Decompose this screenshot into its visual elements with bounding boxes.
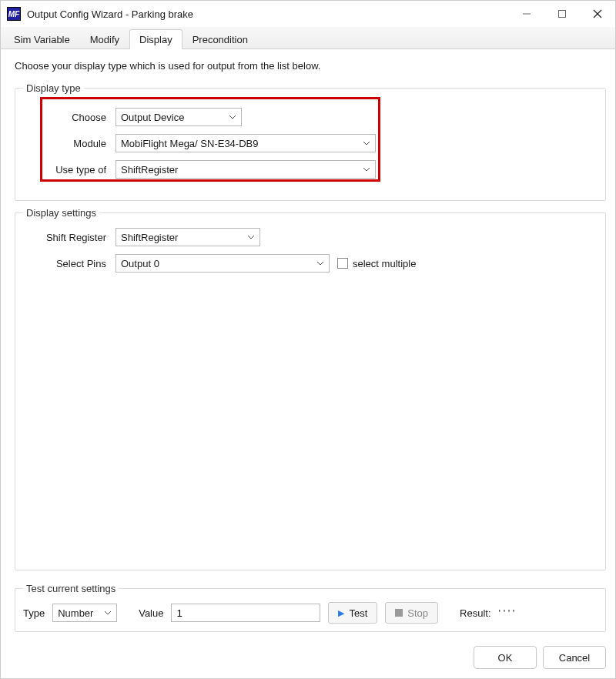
minimize-button[interactable] [509,1,544,27]
choose-combobox[interactable]: Output Device [116,108,242,126]
test-settings-legend: Test current settings [23,583,119,594]
choose-value: Output Device [121,112,184,123]
play-icon: ▶ [338,608,344,618]
select-pins-label: Select Pins [23,258,116,269]
shift-register-value: ShiftRegister [121,232,178,243]
select-multiple-checkbox[interactable] [337,258,348,269]
maximize-icon [557,9,567,18]
shift-register-row: Shift Register ShiftRegister [23,228,598,246]
maximize-button[interactable] [544,1,580,27]
titlebar: MF Output Config Wizard - Parking brake [1,1,615,27]
chevron-down-icon [104,610,112,615]
select-pins-row: Select Pins Output 0 select multiple [23,254,598,273]
chevron-down-icon [247,235,255,239]
chevron-down-icon [229,115,236,119]
chevron-down-icon [316,261,324,266]
tab-bar: Sim Variable Modify Display Precondition [1,27,615,49]
module-value: MobiFlight Mega/ SN-E34-DB9 [121,138,258,149]
select-pins-value: Output 0 [121,258,159,269]
chevron-down-icon [363,141,370,146]
close-icon [593,9,602,18]
module-combobox[interactable]: MobiFlight Mega/ SN-E34-DB9 [116,134,376,152]
minimize-icon [522,9,531,18]
svg-rect-1 [559,11,566,18]
app-icon: MF [7,7,21,21]
choose-row: Choose Output Device [23,108,598,126]
test-button-label: Test [349,607,367,619]
result-label: Result: [460,607,490,619]
test-button[interactable]: ▶ Test [328,602,377,624]
window: MF Output Config Wizard - Parking brake … [0,0,616,679]
choose-label: Choose [23,112,116,123]
window-title: Output Config Wizard - Parking brake [27,8,193,20]
ok-button[interactable]: OK [474,646,537,669]
stop-button[interactable]: Stop [385,602,438,624]
content-area: Choose your display type which is used f… [1,49,615,638]
tab-sim-variable[interactable]: Sim Variable [4,29,80,49]
module-row: Module MobiFlight Mega/ SN-E34-DB9 [23,134,598,152]
select-multiple-label: select multiple [353,258,416,269]
shift-register-combobox[interactable]: ShiftRegister [116,228,260,246]
shift-register-label: Shift Register [23,232,116,243]
select-pins-combobox[interactable]: Output 0 [116,254,330,273]
use-type-combobox[interactable]: ShiftRegister [116,160,376,179]
display-type-legend: Display type [23,82,84,94]
module-label: Module [23,138,116,149]
cancel-button[interactable]: Cancel [543,646,606,669]
stop-button-label: Stop [407,607,428,619]
value-label: Value [139,607,163,619]
value-input[interactable] [171,604,320,622]
stop-icon [395,609,403,617]
type-combobox[interactable]: Number [52,604,117,622]
type-value: Number [58,607,93,619]
dialog-button-bar: OK Cancel [1,638,615,678]
tab-modify[interactable]: Modify [80,29,129,49]
display-settings-fieldset: Display settings Shift Register ShiftReg… [15,207,606,570]
chevron-down-icon [363,167,370,172]
use-type-row: Use type of ShiftRegister [23,160,598,179]
display-settings-legend: Display settings [23,207,99,219]
result-value: ' ' ' ' [499,607,515,619]
tab-precondition[interactable]: Precondition [182,29,258,49]
prompt-text: Choose your display type which is used f… [15,60,606,72]
tab-display[interactable]: Display [129,29,182,49]
test-row: Type Number Value ▶ Test Stop Result: ' … [23,602,598,624]
use-type-label: Use type of [23,164,116,176]
use-type-value: ShiftRegister [121,164,178,176]
test-settings-fieldset: Test current settings Type Number Value … [15,583,606,632]
close-button[interactable] [580,1,615,27]
display-type-fieldset: Display type Choose Output Device Module… [15,82,606,201]
type-label: Type [23,607,45,619]
